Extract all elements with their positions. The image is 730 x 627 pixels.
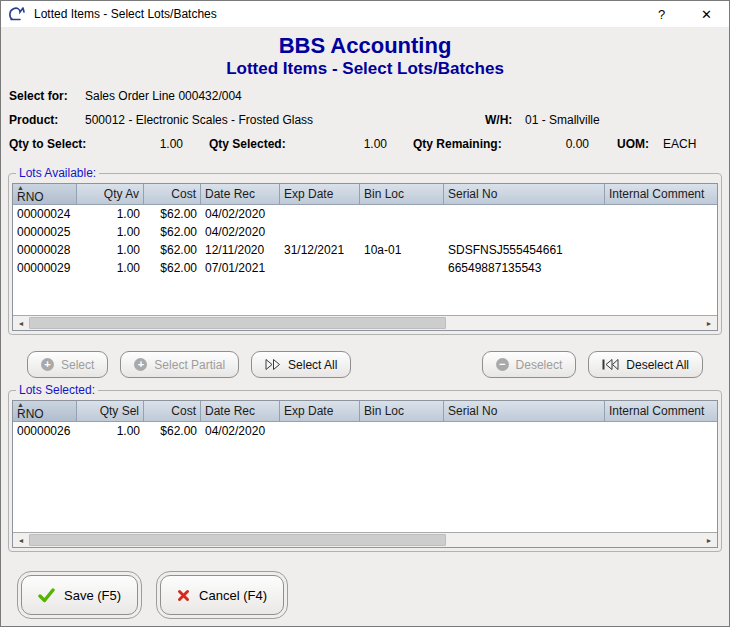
column-header-date-rec[interactable]: Date Rec [201, 401, 280, 421]
cell-internal-comment [605, 205, 717, 223]
cell-exp-date [280, 223, 360, 241]
cancel-button-label: Cancel (F4) [199, 588, 267, 603]
close-button[interactable]: ✕ [684, 1, 729, 27]
dialog-subtitle: Lotted Items - Select Lots/Batches [1, 59, 729, 79]
app-title: BBS Accounting [1, 33, 729, 59]
cell-date-rec: 04/02/2020 [201, 223, 280, 241]
deselect-button-label: Deselect [516, 358, 563, 372]
table-row[interactable]: 00000025 1.00 $62.00 04/02/2020 [13, 223, 717, 241]
save-button[interactable]: Save (F5) [21, 575, 138, 615]
product-row: Product: 500012 - Electronic Scales - Fr… [9, 113, 721, 137]
checkmark-icon [38, 588, 55, 603]
column-header-date-rec[interactable]: Date Rec [201, 184, 280, 204]
qty-remaining-label: Qty Remaining: [413, 137, 513, 151]
lots-available-group: Lots Available: ▲ RNO Qty Av Cost Date R… [8, 173, 722, 335]
select-partial-button[interactable]: + Select Partial [120, 351, 239, 378]
select-for-value: Sales Order Line 000432/004 [85, 89, 242, 103]
column-header-rno[interactable]: ▲ RNO [13, 184, 77, 204]
column-header-serial-no[interactable]: Serial No [444, 401, 605, 421]
column-header-cost[interactable]: Cost [144, 401, 201, 421]
scrollbar-thumb[interactable] [29, 317, 446, 329]
title-bar: Lotted Items - Select Lots/Batches ? ✕ [1, 1, 729, 27]
cell-rno: 00000028 [13, 241, 77, 259]
scroll-right-icon[interactable]: ► [701, 533, 717, 547]
column-header-exp-date[interactable]: Exp Date [280, 401, 360, 421]
cell-date-rec: 07/01/2021 [201, 259, 280, 277]
column-header-rno[interactable]: ▲ RNO [13, 401, 77, 421]
lots-selected-table: ▲ RNO Qty Sel Cost Date Rec Exp Date Bin… [12, 400, 718, 548]
minus-circle-icon: − [496, 358, 509, 371]
scrollbar-track[interactable] [29, 533, 701, 547]
column-header-cost[interactable]: Cost [144, 184, 201, 204]
column-header-serial-no[interactable]: Serial No [444, 184, 605, 204]
cell-serial-no: 66549887135543 [444, 259, 605, 277]
cell-internal-comment [605, 259, 717, 277]
cell-qty: 1.00 [77, 223, 144, 241]
cell-internal-comment [605, 241, 717, 259]
cell-serial-no: SDSFNSJ555454661 [444, 241, 605, 259]
product-value: 500012 - Electronic Scales - Frosted Gla… [85, 113, 485, 127]
cell-cost: $62.00 [144, 223, 201, 241]
cell-cost: $62.00 [144, 422, 201, 440]
column-header-qty-av[interactable]: Qty Av [77, 184, 144, 204]
info-panel: Select for: Sales Order Line 000432/004 … [1, 79, 729, 161]
lots-selected-body: 00000026 1.00 $62.00 04/02/2020 [13, 422, 717, 532]
lots-available-group-label: Lots Available: [16, 166, 99, 180]
warehouse-value: 01 - Smallville [525, 113, 600, 127]
scroll-right-icon[interactable]: ► [701, 316, 717, 330]
cell-rno: 00000026 [13, 422, 77, 440]
column-header-internal-comment[interactable]: Internal Comment [605, 184, 717, 204]
lots-selected-group-label: Lots Selected: [16, 383, 98, 397]
qty-selected-value: 1.00 [297, 137, 387, 151]
lots-available-hscrollbar[interactable]: ◄ ► [13, 315, 717, 330]
column-header-internal-comment[interactable]: Internal Comment [605, 401, 717, 421]
scrollbar-thumb[interactable] [29, 534, 446, 546]
select-for-row: Select for: Sales Order Line 000432/004 [9, 89, 721, 113]
scroll-left-icon[interactable]: ◄ [13, 533, 29, 547]
select-all-button[interactable]: Select All [251, 351, 351, 378]
cell-internal-comment [605, 223, 717, 241]
window-title: Lotted Items - Select Lots/Batches [34, 7, 217, 21]
deselect-all-button[interactable]: Deselect All [588, 351, 703, 378]
cell-cost: $62.00 [144, 205, 201, 223]
column-header-bin-loc[interactable]: Bin Loc [360, 401, 444, 421]
column-header-exp-date[interactable]: Exp Date [280, 184, 360, 204]
cell-qty: 1.00 [77, 422, 144, 440]
select-button-label: Select [61, 358, 94, 372]
dialog-window: Lotted Items - Select Lots/Batches ? ✕ B… [0, 0, 730, 627]
cross-icon [177, 589, 190, 602]
uom-value: EACH [663, 137, 696, 151]
cell-bin-loc [360, 223, 444, 241]
table-row[interactable]: 00000026 1.00 $62.00 04/02/2020 [13, 422, 717, 440]
dialog-header: BBS Accounting Lotted Items - Select Lot… [1, 33, 729, 79]
column-header-bin-loc[interactable]: Bin Loc [360, 184, 444, 204]
select-all-button-label: Select All [288, 358, 337, 372]
lots-available-body: 00000024 1.00 $62.00 04/02/2020 00000025… [13, 205, 717, 315]
cell-internal-comment [605, 422, 717, 440]
cell-date-rec: 04/02/2020 [201, 205, 280, 223]
column-header-qty-sel[interactable]: Qty Sel [77, 401, 144, 421]
cell-rno: 00000024 [13, 205, 77, 223]
quantities-row: Qty to Select: 1.00 Qty Selected: 1.00 Q… [9, 137, 721, 161]
scroll-left-icon[interactable]: ◄ [13, 316, 29, 330]
cell-rno: 00000025 [13, 223, 77, 241]
cell-qty: 1.00 [77, 259, 144, 277]
scrollbar-track[interactable] [29, 316, 701, 330]
select-for-label: Select for: [9, 89, 85, 103]
help-button[interactable]: ? [639, 1, 684, 27]
lots-available-table: ▲ RNO Qty Av Cost Date Rec Exp Date Bin … [12, 183, 718, 331]
select-button[interactable]: + Select [27, 351, 108, 378]
cell-serial-no [444, 422, 605, 440]
cancel-button[interactable]: Cancel (F4) [160, 575, 284, 615]
table-row[interactable]: 00000029 1.00 $62.00 07/01/2021 66549887… [13, 259, 717, 277]
deselect-button[interactable]: − Deselect [482, 351, 577, 378]
plus-circle-icon: + [41, 358, 54, 371]
lots-selected-hscrollbar[interactable]: ◄ ► [13, 532, 717, 547]
table-row[interactable]: 00000024 1.00 $62.00 04/02/2020 [13, 205, 717, 223]
qty-remaining-value: 0.00 [513, 137, 589, 151]
lots-available-header-row: ▲ RNO Qty Av Cost Date Rec Exp Date Bin … [13, 184, 717, 205]
double-left-arrow-icon [602, 359, 619, 370]
plus-circle-icon: + [134, 358, 147, 371]
cell-date-rec: 12/11/2020 [201, 241, 280, 259]
table-row[interactable]: 00000028 1.00 $62.00 12/11/2020 31/12/20… [13, 241, 717, 259]
